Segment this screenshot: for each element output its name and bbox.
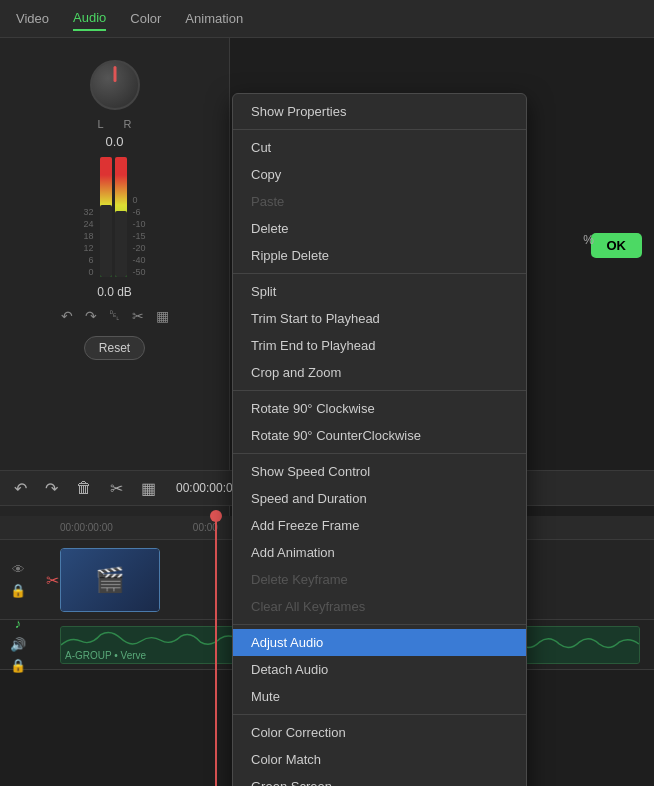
nav-audio[interactable]: Audio [73, 6, 106, 31]
sep-5 [233, 624, 526, 625]
meter-bar-left [100, 157, 112, 277]
menu-green-screen[interactable]: Green Screen [233, 773, 526, 786]
main-area: L R 0.0 32 24 18 12 6 0 0 [0, 38, 654, 786]
video-clip[interactable]: 🎬 [60, 548, 160, 612]
menu-rotate-cw[interactable]: Rotate 90° Clockwise [233, 395, 526, 422]
meter-bars [100, 157, 127, 277]
menu-color-match[interactable]: Color Match [233, 746, 526, 773]
sep-2 [233, 273, 526, 274]
nav-video[interactable]: Video [16, 7, 49, 30]
menu-speed-duration[interactable]: Speed and Duration [233, 485, 526, 512]
video-track-lock-btn[interactable]: 🔒 [10, 583, 26, 598]
audio-knob[interactable] [90, 60, 140, 110]
crop-btn[interactable]: ▦ [154, 306, 171, 326]
menu-split[interactable]: Split [233, 278, 526, 305]
audio-track-lock-btn[interactable]: 🔒 [10, 658, 26, 673]
db-display: 0.0 dB [97, 285, 132, 299]
nav-color[interactable]: Color [130, 7, 161, 30]
trash-btn[interactable]: 🗑 [70, 475, 98, 501]
menu-detach-audio[interactable]: Detach Audio [233, 656, 526, 683]
audio-clip-label: A-GROUP • Verve [65, 650, 146, 661]
video-track-eye-btn[interactable]: 👁 [12, 562, 25, 577]
redo-btn[interactable]: ↷ [83, 306, 99, 326]
lr-labels: L R [97, 118, 131, 130]
menu-speed-control[interactable]: Show Speed Control [233, 458, 526, 485]
menu-crop-zoom[interactable]: Crop and Zoom [233, 359, 526, 386]
meter-area: 32 24 18 12 6 0 0 -6 -10 -15 -20 [83, 157, 145, 277]
menu-add-animation[interactable]: Add Animation [233, 539, 526, 566]
menu-freeze-frame[interactable]: Add Freeze Frame [233, 512, 526, 539]
sep-1 [233, 129, 526, 130]
sep-3 [233, 390, 526, 391]
audio-track-note-btn[interactable]: ♪ [15, 616, 22, 631]
audio-track-speaker-btn[interactable]: 🔊 [10, 637, 26, 652]
menu-mute[interactable]: Mute [233, 683, 526, 710]
delete-btn[interactable]: ␡ [107, 305, 122, 326]
menu-clear-keyframes[interactable]: Clear All Keyframes [233, 593, 526, 620]
redo-timeline-btn[interactable]: ↷ [39, 475, 64, 502]
menu-ripple-delete[interactable]: Ripple Delete [233, 242, 526, 269]
top-nav: Video Audio Color Animation [0, 0, 654, 38]
menu-copy[interactable]: Copy [233, 161, 526, 188]
volume-display: 0.0 [105, 134, 123, 149]
crop-tl-btn[interactable]: ▦ [135, 475, 162, 502]
playhead[interactable] [215, 516, 217, 786]
ruler-label: 00:00:00:00 [60, 522, 113, 533]
menu-trim-end[interactable]: Trim End to Playhead [233, 332, 526, 359]
l-label: L [97, 118, 103, 130]
percent-display: % [583, 233, 594, 247]
context-menu: Show Properties Cut Copy Paste Delete Ri… [232, 93, 527, 786]
menu-adjust-audio[interactable]: Adjust Audio [233, 629, 526, 656]
audio-track-icons: ♪ 🔊 🔒 [0, 612, 36, 677]
scissors-ctrl-btn[interactable]: ✂ [130, 306, 146, 326]
sep-4 [233, 453, 526, 454]
menu-paste[interactable]: Paste [233, 188, 526, 215]
reset-button[interactable]: Reset [84, 336, 145, 360]
meter-bar-right [115, 157, 127, 277]
menu-cut[interactable]: Cut [233, 134, 526, 161]
menu-rotate-ccw[interactable]: Rotate 90° CounterClockwise [233, 422, 526, 449]
menu-color-correction[interactable]: Color Correction [233, 719, 526, 746]
r-label: R [124, 118, 132, 130]
meter-labels-left: 32 24 18 12 6 0 [83, 207, 93, 277]
audio-knob-area: L R 0.0 32 24 18 12 6 0 0 [12, 50, 217, 370]
ok-button[interactable]: OK [591, 233, 643, 258]
menu-trim-start[interactable]: Trim Start to Playhead [233, 305, 526, 332]
audio-bottom-controls: ↶ ↷ ␡ ✂ ▦ [59, 305, 171, 326]
scissors-indicator: ✂ [46, 570, 59, 589]
scissors-tl-btn[interactable]: ✂ [104, 475, 129, 502]
sep-6 [233, 714, 526, 715]
video-track-icons: 👁 🔒 [0, 558, 36, 602]
undo-timeline-btn[interactable]: ↶ [8, 475, 33, 502]
meter-labels-right: 0 -6 -10 -15 -20 -40 -50 [133, 195, 146, 277]
menu-delete[interactable]: Delete [233, 215, 526, 242]
menu-show-properties[interactable]: Show Properties [233, 98, 526, 125]
nav-animation[interactable]: Animation [185, 7, 243, 30]
undo-btn[interactable]: ↶ [59, 306, 75, 326]
menu-delete-keyframe[interactable]: Delete Keyframe [233, 566, 526, 593]
